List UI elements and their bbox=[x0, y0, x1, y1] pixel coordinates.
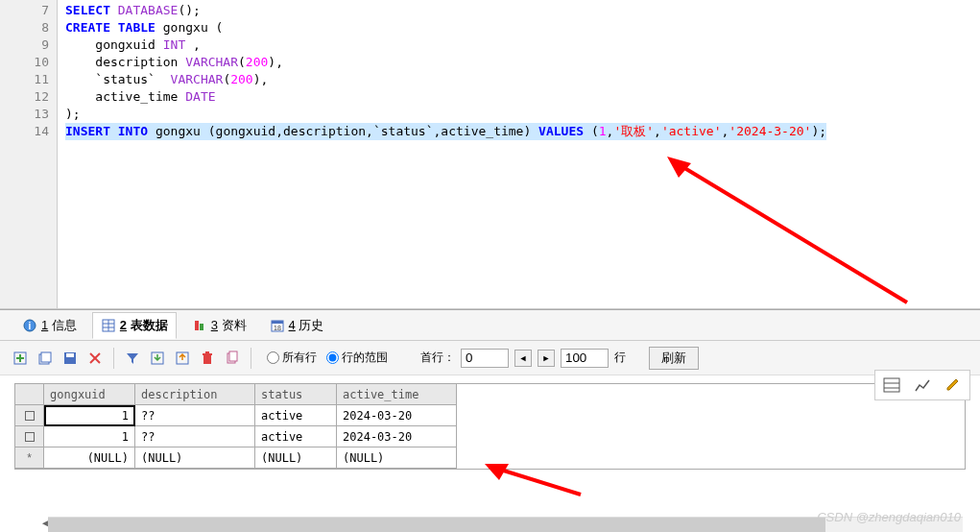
grid-toolbar: 所有行 行的范围 首行： ◄ ► 行 刷新 bbox=[0, 341, 980, 375]
row-count-input[interactable] bbox=[561, 349, 609, 368]
add-row-button[interactable] bbox=[10, 348, 31, 369]
prev-page-button[interactable]: ◄ bbox=[514, 350, 532, 367]
col-header-status[interactable]: status bbox=[255, 384, 337, 405]
table-row[interactable]: 1??active2024-03-20 bbox=[15, 426, 965, 447]
import-button[interactable] bbox=[172, 348, 193, 369]
right-toolbar bbox=[874, 370, 970, 400]
svg-rect-17 bbox=[66, 353, 74, 357]
tab-material[interactable]: 3 资料 bbox=[184, 313, 254, 338]
svg-rect-27 bbox=[884, 378, 899, 392]
result-grid[interactable]: gongxuid description status active_time … bbox=[14, 383, 966, 470]
watermark: CSDN @zhengdaqian010 bbox=[817, 510, 961, 524]
row-unit-label: 行 bbox=[614, 350, 626, 366]
cancel-button[interactable] bbox=[84, 348, 106, 369]
tab-history[interactable]: 18 4 历史 bbox=[262, 313, 332, 338]
col-header-description[interactable]: description bbox=[135, 384, 255, 405]
svg-rect-26 bbox=[229, 351, 237, 361]
calendar-icon: 18 bbox=[270, 318, 285, 333]
view-chart-icon[interactable] bbox=[908, 373, 937, 398]
table-icon bbox=[101, 318, 116, 333]
sql-editor[interactable]: SELECT DATABASE();CREATE TABLE gongxu ( … bbox=[58, 0, 980, 308]
svg-text:i: i bbox=[29, 321, 32, 331]
line-gutter: 7891011121314 bbox=[0, 0, 58, 308]
tab-data[interactable]: 2 表数据 bbox=[92, 312, 177, 339]
svg-text:18: 18 bbox=[274, 325, 281, 331]
export-button[interactable] bbox=[147, 348, 168, 369]
result-tabs: i 1 信息 2 表数据 3 资料 18 4 历史 bbox=[0, 310, 980, 341]
tab-info[interactable]: i 1 信息 bbox=[14, 313, 84, 338]
svg-rect-15 bbox=[41, 352, 51, 362]
delete-button[interactable] bbox=[197, 348, 218, 369]
first-row-input[interactable] bbox=[461, 349, 509, 368]
svg-rect-24 bbox=[205, 351, 209, 353]
svg-rect-22 bbox=[203, 355, 211, 364]
col-header-activetime[interactable]: active_time bbox=[337, 384, 457, 405]
svg-rect-9 bbox=[272, 321, 283, 324]
next-page-button[interactable]: ► bbox=[538, 350, 555, 367]
grid-corner bbox=[15, 384, 44, 405]
table-row[interactable]: *(NULL)(NULL)(NULL)(NULL) bbox=[15, 447, 965, 469]
refresh-button[interactable]: 刷新 bbox=[649, 347, 699, 370]
copy-button[interactable] bbox=[222, 348, 243, 369]
info-icon: i bbox=[22, 318, 37, 333]
duplicate-row-button[interactable] bbox=[35, 348, 56, 369]
table-row[interactable]: 1??active2024-03-20 bbox=[15, 405, 965, 426]
first-row-label: 首行： bbox=[420, 350, 455, 366]
svg-rect-7 bbox=[200, 324, 203, 330]
col-header-gongxuid[interactable]: gongxuid bbox=[44, 384, 135, 405]
radio-row-range[interactable]: 行的范围 bbox=[326, 350, 388, 366]
save-button[interactable] bbox=[60, 348, 81, 369]
svg-line-32 bbox=[494, 468, 581, 495]
material-icon bbox=[192, 318, 207, 333]
svg-rect-6 bbox=[195, 321, 199, 330]
svg-rect-23 bbox=[203, 353, 212, 355]
edit-icon[interactable] bbox=[939, 373, 968, 398]
filter-button[interactable] bbox=[122, 348, 143, 369]
radio-all-rows[interactable]: 所有行 bbox=[267, 350, 317, 366]
view-grid-icon[interactable] bbox=[877, 373, 906, 398]
